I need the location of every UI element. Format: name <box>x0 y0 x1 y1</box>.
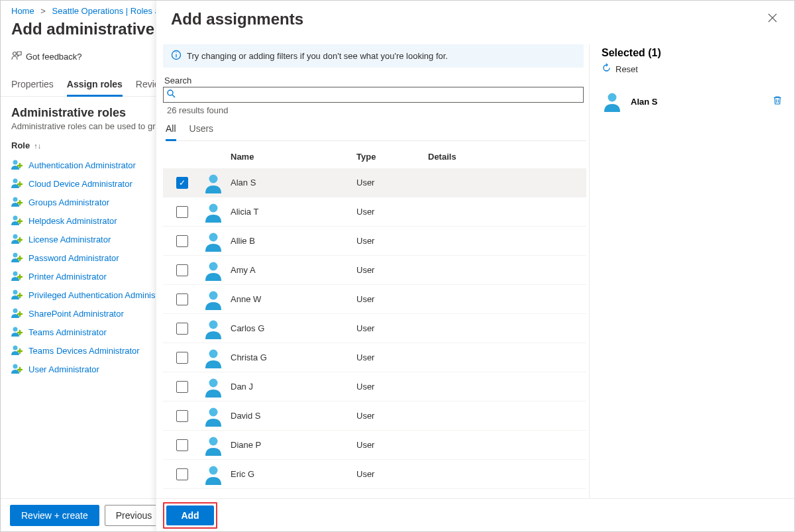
add-button[interactable]: Add <box>166 505 214 525</box>
cell-name: Alicia T <box>231 207 356 217</box>
col-details[interactable]: Details <box>428 152 586 162</box>
breadcrumb-sep: > <box>40 6 46 16</box>
user-avatar-icon <box>203 347 224 368</box>
role-link[interactable]: Teams Devices Administrator <box>28 346 140 356</box>
search-icon <box>167 89 176 100</box>
selected-pane: Selected (1) Reset Alan S <box>590 44 794 498</box>
role-link[interactable]: Helpdesk Administrator <box>28 216 117 226</box>
role-person-icon <box>11 270 23 282</box>
role-link[interactable]: User Administrator <box>28 364 99 374</box>
cell-name: Diane P <box>231 440 356 450</box>
user-avatar-icon <box>203 464 224 485</box>
user-grid[interactable]: Name Type Details ✓Alan SUserAlicia TUse… <box>163 142 586 498</box>
table-row[interactable]: Diane PUser <box>163 431 586 460</box>
table-row[interactable]: ✓Alan SUser <box>163 168 586 197</box>
cell-type: User <box>356 323 428 333</box>
table-row[interactable]: Carlos GUser <box>163 314 586 343</box>
info-bar: Try changing or adding filters if you do… <box>163 44 584 68</box>
tab-assign-roles[interactable]: Assign roles <box>67 75 123 97</box>
table-row[interactable]: Eric GUser <box>163 460 586 489</box>
svg-point-2 <box>13 52 17 56</box>
picker-tabs: All Users <box>166 122 586 141</box>
reset-button[interactable]: Reset <box>602 63 782 75</box>
sort-arrow-icon: ↑↓ <box>34 142 41 150</box>
table-row[interactable]: Dan JUser <box>163 372 586 401</box>
selected-name: Alan S <box>631 97 657 107</box>
role-link[interactable]: License Administrator <box>28 235 111 244</box>
role-link[interactable]: Printer Administrator <box>28 272 107 282</box>
table-row[interactable]: Amy AUser <box>163 256 586 285</box>
table-row[interactable]: David SUser <box>163 401 586 431</box>
breadcrumb-ops[interactable]: Seattle Operations | Roles and <box>52 6 170 16</box>
table-row[interactable]: Allie BUser <box>163 227 586 256</box>
cell-type: User <box>356 265 428 275</box>
cell-name: David S <box>231 411 356 421</box>
user-avatar-icon <box>203 435 224 456</box>
search-input[interactable] <box>163 87 584 103</box>
table-row[interactable]: Alicia TUser <box>163 197 586 227</box>
panel-title: Add assignments <box>171 10 303 28</box>
user-avatar-icon <box>602 91 623 112</box>
role-link[interactable]: Groups Administrator <box>28 197 109 207</box>
cell-type: User <box>356 411 428 421</box>
panel-footer: Add <box>156 498 794 531</box>
role-link[interactable]: Password Administrator <box>28 253 119 263</box>
cell-type: User <box>356 469 428 479</box>
user-avatar-icon <box>203 172 224 193</box>
close-icon <box>768 13 777 23</box>
add-button-highlight: Add <box>163 502 217 529</box>
selected-item: Alan S <box>602 91 782 112</box>
role-link[interactable]: SharePoint Administrator <box>28 309 124 319</box>
role-link[interactable]: Cloud Device Administrator <box>28 179 132 189</box>
cell-name: Amy A <box>231 265 356 275</box>
user-avatar-icon <box>203 376 224 398</box>
user-avatar-icon <box>203 289 224 310</box>
cell-name: Anne W <box>231 294 356 304</box>
role-person-icon <box>11 326 23 338</box>
cell-name: Alan S <box>231 178 356 187</box>
review-create-button[interactable]: Review + create <box>10 505 99 526</box>
picker-tab-users[interactable]: Users <box>189 122 214 140</box>
row-checkbox[interactable] <box>176 352 188 364</box>
close-button[interactable] <box>765 11 780 28</box>
row-checkbox[interactable] <box>176 468 188 480</box>
row-checkbox[interactable] <box>176 323 188 335</box>
user-avatar-icon <box>203 201 224 223</box>
row-checkbox[interactable] <box>176 381 188 393</box>
row-checkbox[interactable]: ✓ <box>176 177 188 189</box>
search-label: Search <box>164 76 586 85</box>
row-checkbox[interactable] <box>176 439 188 451</box>
add-assignments-panel: Add assignments Try changing or adding f… <box>156 1 794 531</box>
role-person-icon <box>11 252 23 264</box>
role-link[interactable]: Teams Administrator <box>28 327 107 337</box>
row-checkbox[interactable] <box>176 293 188 305</box>
cell-name: Allie B <box>231 236 356 246</box>
row-checkbox[interactable] <box>176 410 188 422</box>
user-picker: Try changing or adding filters if you do… <box>156 44 590 498</box>
cell-type: User <box>356 352 428 362</box>
row-checkbox[interactable] <box>176 206 188 218</box>
svg-line-7 <box>172 95 175 97</box>
role-person-icon <box>11 289 23 301</box>
cell-type: User <box>356 236 428 246</box>
breadcrumb-home[interactable]: Home <box>11 6 34 16</box>
row-checkbox[interactable] <box>176 264 188 276</box>
tab-properties[interactable]: Properties <box>11 75 54 96</box>
col-type[interactable]: Type <box>356 152 428 162</box>
grid-header: Name Type Details <box>163 142 586 168</box>
table-row[interactable]: Anne WUser <box>163 285 586 314</box>
reset-icon <box>602 63 611 75</box>
role-link[interactable]: Privileged Authentication Administ <box>28 290 158 300</box>
previous-button[interactable]: Previous <box>105 505 163 526</box>
user-avatar-icon <box>203 260 224 281</box>
picker-tab-all[interactable]: All <box>166 122 176 141</box>
row-checkbox[interactable] <box>176 235 188 247</box>
remove-selected-button[interactable] <box>772 95 782 107</box>
svg-point-6 <box>168 90 173 95</box>
role-link[interactable]: Authentication Administrator <box>28 160 136 170</box>
role-person-icon <box>11 233 23 245</box>
col-name[interactable]: Name <box>231 152 356 162</box>
table-row[interactable]: Christa GUser <box>163 343 586 372</box>
cell-type: User <box>356 178 428 187</box>
results-count: 26 results found <box>167 105 586 115</box>
